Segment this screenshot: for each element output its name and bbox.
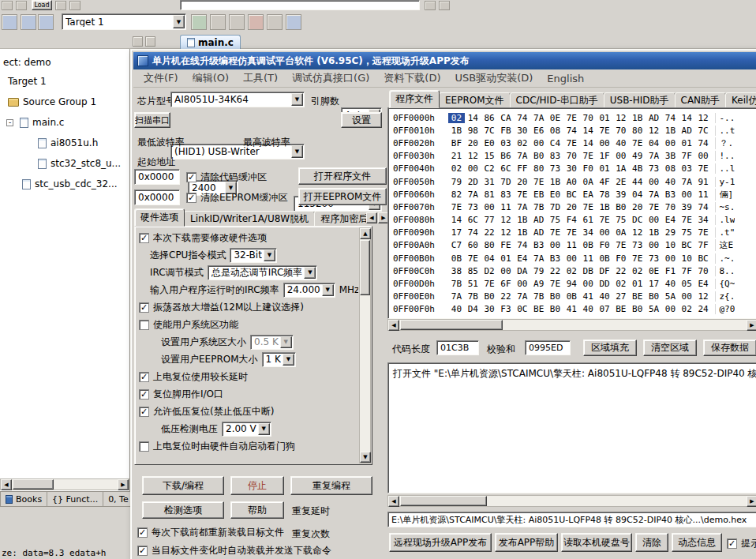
hex-byte[interactable]: 7B	[465, 291, 481, 302]
hex-byte[interactable]: 0B	[563, 291, 580, 302]
hex-byte[interactable]: 7A	[679, 177, 695, 187]
hex-byte[interactable]: 20	[563, 202, 580, 212]
hex-byte[interactable]: 7E	[547, 227, 563, 238]
hex-byte[interactable]: 27	[612, 291, 629, 302]
scrollbar-thumb[interactable]	[400, 320, 503, 330]
hex-byte[interactable]: 7E	[580, 202, 597, 212]
hex-byte[interactable]: 7E	[465, 253, 481, 264]
menu-item[interactable]: 编辑(O)	[185, 71, 236, 85]
hex-byte[interactable]: 70	[612, 126, 629, 136]
hex-byte[interactable]: EB	[530, 189, 547, 200]
tree-item[interactable]: stc_usb_cdc_32...	[0, 174, 129, 194]
hex-byte[interactable]: 00	[465, 163, 481, 174]
hex-byte[interactable]: 0A	[612, 227, 629, 238]
hex-byte[interactable]: 7A	[465, 189, 481, 200]
hex-byte[interactable]: 07	[597, 304, 613, 314]
hex-byte[interactable]: 75	[612, 215, 629, 225]
beep-checkbox[interactable]	[727, 538, 737, 549]
hex-byte[interactable]: C7	[448, 240, 465, 250]
hex-byte[interactable]: 7E	[597, 215, 613, 225]
hex-byte[interactable]: 74	[563, 126, 580, 136]
file-tab[interactable]: CDC/HID-串口助手	[510, 92, 604, 108]
hex-byte[interactable]: 7A	[530, 113, 547, 123]
hex-byte[interactable]: FE	[498, 240, 515, 250]
hex-byte[interactable]: 91	[695, 177, 712, 187]
reload-target-checkbox[interactable]	[137, 527, 148, 538]
hex-byte[interactable]: 20	[465, 138, 481, 148]
file-tab[interactable]: Keil仿真设置	[725, 92, 756, 108]
open-eeprom-button[interactable]: 打开EEPROM文件	[298, 188, 387, 205]
hex-byte[interactable]: DD	[597, 279, 613, 289]
pane-close-icon[interactable]	[145, 36, 155, 47]
hex-byte[interactable]: 73	[646, 253, 662, 264]
check-options-button[interactable]: 检测选项	[142, 501, 224, 519]
hex-byte[interactable]: 1B	[597, 202, 613, 212]
bottom-tab[interactable]: {} Funct...	[47, 491, 103, 507]
hex-byte[interactable]: D4	[465, 304, 481, 314]
hex-byte[interactable]: 77	[481, 215, 498, 225]
hex-byte[interactable]: A0	[563, 177, 580, 187]
hex-byte[interactable]: 74	[662, 113, 679, 123]
hex-byte[interactable]: 7E	[563, 227, 580, 238]
file-tab[interactable]: USB-HID助手	[604, 92, 676, 108]
hex-byte[interactable]: 75	[547, 215, 563, 225]
option-combo[interactable]: 1 K	[262, 352, 296, 367]
hex-byte[interactable]: 31	[481, 177, 498, 187]
hex-byte[interactable]: 12	[498, 227, 515, 238]
hex-byte[interactable]: 7A	[448, 291, 465, 302]
hex-byte[interactable]: 83	[498, 189, 515, 200]
hex-byte[interactable]: B0	[547, 291, 563, 302]
save-data-button[interactable]: 保存数据	[703, 340, 756, 356]
stop-button[interactable]: 停止	[230, 476, 284, 495]
hex-byte[interactable]: 74	[514, 113, 530, 123]
option-tab[interactable]: LinkID/Writer1A/U8W脱机	[184, 211, 315, 227]
clear-code-checkbox[interactable]	[186, 172, 196, 182]
hex-byte[interactable]: 39	[679, 202, 695, 212]
code-address-input[interactable]: 0x0000	[134, 169, 180, 185]
bottom-tab[interactable]: 0, Te	[103, 491, 134, 507]
hex-byte[interactable]: 20	[514, 177, 530, 187]
hex-byte[interactable]: 1B	[662, 126, 679, 136]
hex-byte[interactable]: 02	[679, 304, 695, 314]
scroll-left-icon[interactable]	[388, 496, 399, 507]
eeprom-address-input[interactable]: 0x0000	[134, 189, 180, 205]
option-combo[interactable]: 总是动态调节IRC频率	[208, 265, 318, 280]
hex-byte[interactable]: 02	[448, 113, 465, 123]
manage-items-icon[interactable]	[229, 14, 245, 30]
hex-byte[interactable]: 79	[448, 177, 465, 187]
scroll-left-icon[interactable]	[388, 320, 399, 331]
hex-byte[interactable]: 12	[612, 113, 629, 123]
hex-byte[interactable]: 94	[563, 279, 580, 289]
new-file-icon[interactable]	[2, 1, 13, 10]
project-hscrollbar[interactable]	[0, 478, 129, 490]
tree-expander-icon[interactable]	[6, 119, 13, 126]
scroll-down-icon[interactable]	[360, 452, 371, 463]
hex-byte[interactable]: 00	[514, 279, 530, 289]
hex-byte[interactable]: 11	[580, 253, 597, 264]
chevron-down-icon[interactable]	[291, 145, 303, 158]
hex-byte[interactable]: 00	[646, 215, 662, 225]
autoload-checkbox[interactable]	[137, 546, 148, 556]
tree-item[interactable]: stc32_stc8_u...	[0, 153, 129, 174]
hex-byte[interactable]: 85	[465, 266, 481, 276]
hex-byte[interactable]: BE	[612, 304, 629, 314]
hex-byte[interactable]: 7B	[530, 202, 547, 212]
hex-byte[interactable]: 7F	[679, 266, 695, 276]
hex-byte[interactable]: DA	[514, 266, 530, 276]
scrollbar-thumb[interactable]	[13, 479, 54, 490]
hex-byte[interactable]: 70	[695, 266, 712, 276]
tree-item[interactable]: ai8051u.h	[0, 133, 129, 153]
hex-byte[interactable]: BC	[679, 240, 695, 250]
hex-byte[interactable]: 5A	[646, 304, 662, 314]
hex-byte[interactable]: 17	[646, 279, 662, 289]
hex-byte[interactable]: 22	[612, 266, 629, 276]
menu-item[interactable]: 工具(T)	[236, 71, 285, 85]
hex-byte[interactable]: 49	[629, 151, 646, 161]
hex-viewer[interactable]: 0FF0000h021486CA747A0E7E7001121BAD741412…	[387, 107, 756, 319]
hex-byte[interactable]: 10	[679, 253, 695, 264]
debug-icon[interactable]	[267, 14, 283, 30]
hex-byte[interactable]: 29	[662, 227, 679, 238]
hex-byte[interactable]: 7D	[547, 202, 563, 212]
menu-item[interactable]: USB驱动安装(D)	[447, 71, 540, 85]
hex-byte[interactable]: 30	[481, 304, 498, 314]
